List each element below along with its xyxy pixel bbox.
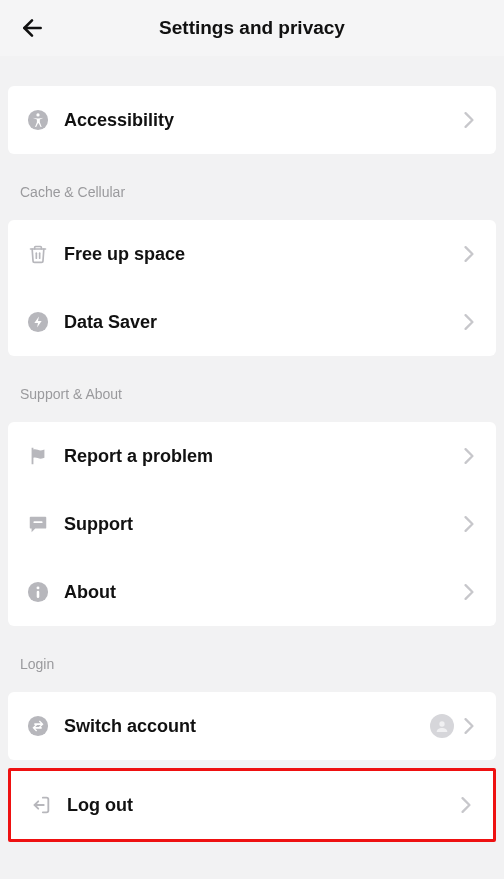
row-support[interactable]: Support <box>8 490 496 558</box>
card-top: Accessibility <box>8 86 496 154</box>
card-cache: Free up space Data Saver <box>8 220 496 356</box>
row-about[interactable]: About <box>8 558 496 626</box>
chat-icon <box>24 510 52 538</box>
chevron-right-icon <box>460 111 478 129</box>
row-label: Data Saver <box>64 312 460 333</box>
section-label-login: Login <box>0 634 504 684</box>
chevron-right-icon <box>460 717 478 735</box>
chevron-right-icon <box>460 447 478 465</box>
accessibility-icon <box>24 106 52 134</box>
avatar-icon <box>430 714 454 738</box>
row-label: Report a problem <box>64 446 460 467</box>
svg-point-10 <box>28 716 48 736</box>
svg-rect-6 <box>33 521 42 523</box>
svg-rect-9 <box>37 591 40 598</box>
row-label: Accessibility <box>64 110 460 131</box>
chevron-right-icon <box>460 245 478 263</box>
flag-icon <box>24 442 52 470</box>
page-title: Settings and privacy <box>12 17 492 39</box>
row-switch-account[interactable]: Switch account <box>8 692 496 760</box>
row-data-saver[interactable]: Data Saver <box>8 288 496 356</box>
info-icon <box>24 578 52 606</box>
section-label-support: Support & About <box>0 364 504 414</box>
logout-icon <box>27 791 55 819</box>
trash-icon <box>24 240 52 268</box>
row-report-problem[interactable]: Report a problem <box>8 422 496 490</box>
row-label: Free up space <box>64 244 460 265</box>
svg-point-8 <box>37 586 40 589</box>
row-free-up-space[interactable]: Free up space <box>8 220 496 288</box>
row-label: Support <box>64 514 460 535</box>
svg-point-2 <box>36 113 39 116</box>
header-bar: Settings and privacy <box>0 0 504 56</box>
switch-icon <box>24 712 52 740</box>
row-accessibility[interactable]: Accessibility <box>8 86 496 154</box>
section-label-cache: Cache & Cellular <box>0 162 504 212</box>
chevron-right-icon <box>460 515 478 533</box>
row-label: About <box>64 582 460 603</box>
chevron-right-icon <box>457 796 475 814</box>
row-log-out[interactable]: Log out <box>11 771 493 839</box>
chevron-right-icon <box>460 313 478 331</box>
card-login-switch: Switch account <box>8 692 496 760</box>
row-label: Log out <box>67 795 457 816</box>
data-saver-icon <box>24 308 52 336</box>
row-label: Switch account <box>64 716 430 737</box>
chevron-right-icon <box>460 583 478 601</box>
svg-point-11 <box>439 721 444 726</box>
card-support: Report a problem Support About <box>8 422 496 626</box>
card-login-logout-highlighted: Log out <box>8 768 496 842</box>
